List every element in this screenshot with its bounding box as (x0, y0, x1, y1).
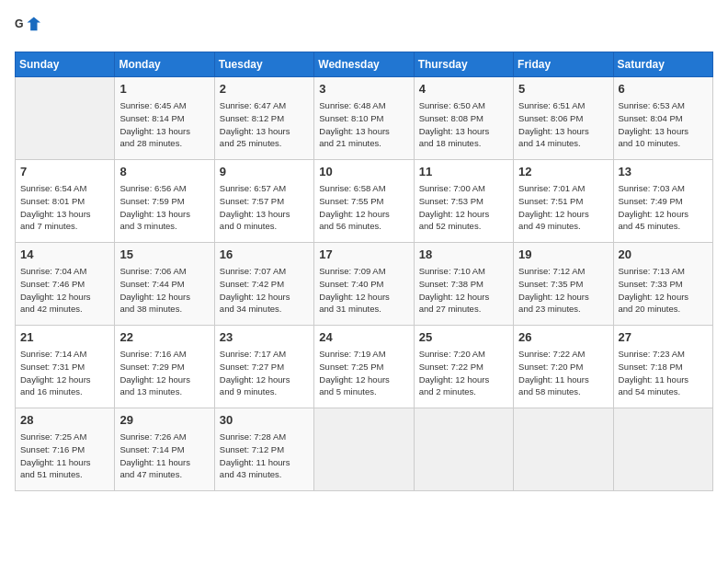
day-info: Sunrise: 7:23 AM Sunset: 7:18 PM Dayligh… (619, 348, 708, 398)
calendar-cell: 19Sunrise: 7:12 AM Sunset: 7:35 PM Dayli… (514, 243, 613, 326)
calendar-cell: 27Sunrise: 7:23 AM Sunset: 7:18 PM Dayli… (613, 326, 712, 408)
day-info: Sunrise: 7:12 AM Sunset: 7:35 PM Dayligh… (518, 265, 608, 316)
day-info: Sunrise: 6:54 AM Sunset: 8:01 PM Dayligh… (20, 182, 109, 233)
day-info: Sunrise: 7:17 AM Sunset: 7:27 PM Dayligh… (220, 348, 309, 398)
weekday-header-cell: Thursday (414, 52, 513, 77)
calendar-cell: 12Sunrise: 7:01 AM Sunset: 7:51 PM Dayli… (514, 160, 613, 243)
day-info: Sunrise: 7:07 AM Sunset: 7:42 PM Dayligh… (220, 265, 309, 316)
calendar-cell (514, 408, 613, 491)
day-number: 28 (20, 412, 109, 429)
day-number: 17 (319, 247, 408, 263)
day-number: 16 (220, 247, 309, 263)
calendar-cell (16, 77, 115, 160)
day-number: 21 (20, 329, 109, 346)
day-info: Sunrise: 7:28 AM Sunset: 7:12 PM Dayligh… (220, 431, 309, 481)
weekday-header-row: SundayMondayTuesdayWednesdayThursdayFrid… (16, 52, 713, 77)
calendar-week-row: 7Sunrise: 6:54 AM Sunset: 8:01 PM Daylig… (16, 160, 713, 243)
calendar-cell (414, 408, 513, 491)
day-info: Sunrise: 7:19 AM Sunset: 7:25 PM Dayligh… (319, 348, 408, 398)
calendar-cell: 10Sunrise: 6:58 AM Sunset: 7:55 PM Dayli… (314, 160, 414, 243)
day-info: Sunrise: 7:10 AM Sunset: 7:38 PM Dayligh… (419, 265, 508, 316)
weekday-header-cell: Tuesday (214, 52, 313, 77)
day-number: 13 (619, 164, 708, 180)
calendar-cell: 28Sunrise: 7:25 AM Sunset: 7:16 PM Dayli… (16, 408, 115, 491)
day-info: Sunrise: 7:22 AM Sunset: 7:20 PM Dayligh… (518, 348, 608, 398)
day-number: 30 (220, 412, 309, 429)
calendar-cell (314, 408, 414, 491)
day-info: Sunrise: 7:20 AM Sunset: 7:22 PM Dayligh… (419, 348, 508, 398)
day-info: Sunrise: 7:25 AM Sunset: 7:16 PM Dayligh… (20, 431, 109, 481)
day-number: 10 (319, 164, 408, 180)
calendar-cell: 6Sunrise: 6:53 AM Sunset: 8:04 PM Daylig… (613, 77, 712, 160)
calendar-cell: 20Sunrise: 7:13 AM Sunset: 7:33 PM Dayli… (613, 243, 712, 326)
calendar-cell: 9Sunrise: 6:57 AM Sunset: 7:57 PM Daylig… (214, 160, 313, 243)
calendar-week-row: 1Sunrise: 6:45 AM Sunset: 8:14 PM Daylig… (16, 77, 713, 160)
day-number: 18 (419, 247, 508, 263)
day-info: Sunrise: 7:01 AM Sunset: 7:51 PM Dayligh… (518, 182, 608, 233)
calendar-cell: 8Sunrise: 6:56 AM Sunset: 7:59 PM Daylig… (115, 160, 214, 243)
calendar-cell: 24Sunrise: 7:19 AM Sunset: 7:25 PM Dayli… (314, 326, 414, 408)
day-number: 22 (119, 329, 209, 346)
day-info: Sunrise: 7:26 AM Sunset: 7:14 PM Dayligh… (119, 431, 209, 481)
calendar-cell: 11Sunrise: 7:00 AM Sunset: 7:53 PM Dayli… (414, 160, 513, 243)
calendar-cell: 18Sunrise: 7:10 AM Sunset: 7:38 PM Dayli… (414, 243, 513, 326)
calendar-week-row: 14Sunrise: 7:04 AM Sunset: 7:46 PM Dayli… (16, 243, 713, 326)
day-number: 5 (518, 81, 608, 98)
day-info: Sunrise: 7:03 AM Sunset: 7:49 PM Dayligh… (619, 182, 708, 233)
day-info: Sunrise: 7:14 AM Sunset: 7:31 PM Dayligh… (20, 348, 109, 398)
day-number: 11 (419, 164, 508, 180)
day-number: 26 (518, 329, 608, 346)
day-info: Sunrise: 6:48 AM Sunset: 8:10 PM Dayligh… (319, 99, 408, 150)
calendar-cell: 25Sunrise: 7:20 AM Sunset: 7:22 PM Dayli… (414, 326, 513, 408)
day-info: Sunrise: 7:00 AM Sunset: 7:53 PM Dayligh… (419, 182, 508, 233)
calendar-cell: 17Sunrise: 7:09 AM Sunset: 7:40 PM Dayli… (314, 243, 414, 326)
calendar-cell: 16Sunrise: 7:07 AM Sunset: 7:42 PM Dayli… (214, 243, 313, 326)
day-number: 7 (20, 164, 109, 180)
day-info: Sunrise: 6:47 AM Sunset: 8:12 PM Dayligh… (220, 99, 309, 150)
day-info: Sunrise: 7:06 AM Sunset: 7:44 PM Dayligh… (119, 265, 209, 316)
calendar-cell: 5Sunrise: 6:51 AM Sunset: 8:06 PM Daylig… (514, 77, 613, 160)
calendar-cell: 7Sunrise: 6:54 AM Sunset: 8:01 PM Daylig… (16, 160, 115, 243)
calendar-cell: 21Sunrise: 7:14 AM Sunset: 7:31 PM Dayli… (16, 326, 115, 408)
weekday-header-cell: Monday (115, 52, 214, 77)
day-number: 23 (220, 329, 309, 346)
calendar-week-row: 21Sunrise: 7:14 AM Sunset: 7:31 PM Dayli… (16, 326, 713, 408)
day-info: Sunrise: 6:57 AM Sunset: 7:57 PM Dayligh… (220, 182, 309, 233)
calendar-cell: 3Sunrise: 6:48 AM Sunset: 8:10 PM Daylig… (314, 77, 414, 160)
calendar-week-row: 28Sunrise: 7:25 AM Sunset: 7:16 PM Dayli… (16, 408, 713, 491)
logo: G (15, 15, 44, 40)
svg-text:G: G (15, 17, 24, 30)
day-number: 14 (20, 247, 109, 263)
day-number: 2 (220, 81, 309, 98)
day-number: 12 (518, 164, 608, 180)
day-number: 4 (419, 81, 508, 98)
calendar-cell: 15Sunrise: 7:06 AM Sunset: 7:44 PM Dayli… (115, 243, 214, 326)
day-number: 9 (220, 164, 309, 180)
day-number: 1 (119, 81, 209, 98)
calendar-cell: 14Sunrise: 7:04 AM Sunset: 7:46 PM Dayli… (16, 243, 115, 326)
day-info: Sunrise: 6:53 AM Sunset: 8:04 PM Dayligh… (619, 99, 708, 150)
calendar-cell: 13Sunrise: 7:03 AM Sunset: 7:49 PM Dayli… (613, 160, 712, 243)
calendar-cell: 2Sunrise: 6:47 AM Sunset: 8:12 PM Daylig… (214, 77, 313, 160)
day-info: Sunrise: 6:58 AM Sunset: 7:55 PM Dayligh… (319, 182, 408, 233)
day-info: Sunrise: 7:16 AM Sunset: 7:29 PM Dayligh… (119, 348, 209, 398)
calendar-cell: 22Sunrise: 7:16 AM Sunset: 7:29 PM Dayli… (115, 326, 214, 408)
day-number: 3 (319, 81, 408, 98)
day-info: Sunrise: 6:50 AM Sunset: 8:08 PM Dayligh… (419, 99, 508, 150)
day-number: 15 (119, 247, 209, 263)
day-info: Sunrise: 7:09 AM Sunset: 7:40 PM Dayligh… (319, 265, 408, 316)
day-number: 24 (319, 329, 408, 346)
logo-icon: G (15, 15, 40, 40)
weekday-header-cell: Sunday (16, 52, 115, 77)
page-header: G (15, 15, 713, 40)
day-number: 6 (619, 81, 708, 98)
weekday-header-cell: Friday (514, 52, 613, 77)
calendar-cell: 1Sunrise: 6:45 AM Sunset: 8:14 PM Daylig… (115, 77, 214, 160)
calendar-cell: 30Sunrise: 7:28 AM Sunset: 7:12 PM Dayli… (214, 408, 313, 491)
day-info: Sunrise: 7:04 AM Sunset: 7:46 PM Dayligh… (20, 265, 109, 316)
svg-marker-1 (27, 17, 40, 30)
day-info: Sunrise: 6:45 AM Sunset: 8:14 PM Dayligh… (119, 99, 209, 150)
calendar-body: 1Sunrise: 6:45 AM Sunset: 8:14 PM Daylig… (16, 77, 713, 491)
calendar-cell: 29Sunrise: 7:26 AM Sunset: 7:14 PM Dayli… (115, 408, 214, 491)
calendar-cell (613, 408, 712, 491)
